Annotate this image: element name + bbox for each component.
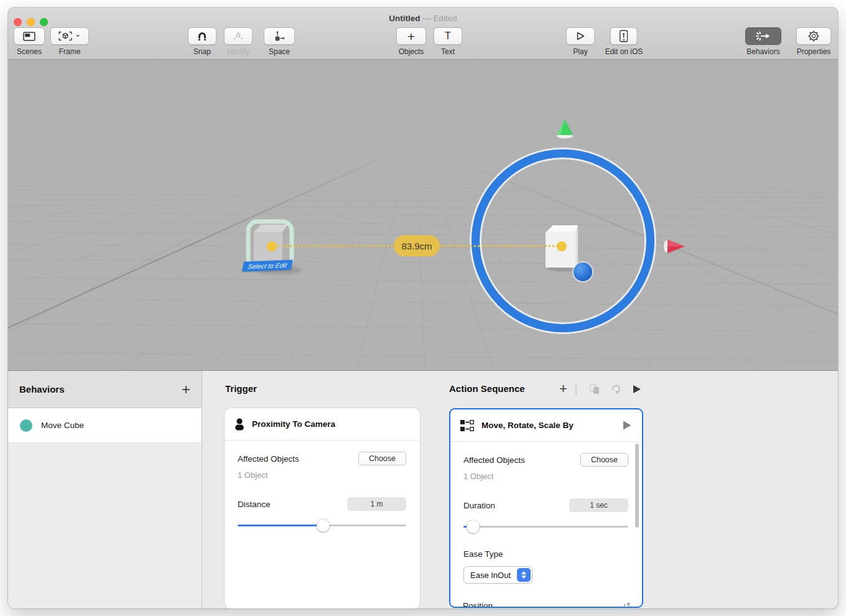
toolbar-item-properties: Properties [796, 27, 831, 56]
toolbar-item-text: T Text [434, 27, 462, 56]
duration-slider[interactable] [463, 520, 628, 533]
toolbar-item-objects: + Objects [396, 27, 426, 56]
frame-icon [58, 31, 72, 41]
modify-icon [232, 31, 244, 41]
ease-type-label: Ease Type [463, 549, 628, 559]
trigger-card[interactable]: Proximity To Camera Affected Objects Cho… [225, 408, 420, 609]
action-card-scrollbar[interactable] [635, 444, 639, 528]
move-rotate-scale-icon [460, 419, 474, 432]
choose-affected-objects-button[interactable]: Choose [580, 453, 628, 467]
add-objects-button[interactable]: + [396, 27, 426, 45]
text-label: Text [441, 47, 455, 56]
behaviors-header: Behaviors [19, 384, 65, 394]
move-handle-red-cone[interactable] [661, 236, 687, 256]
duration-label: Duration [463, 501, 495, 510]
snap-label: Snap [193, 47, 211, 56]
play-label: Play [573, 47, 587, 56]
slider-track[interactable] [463, 526, 628, 528]
play-button[interactable] [566, 27, 595, 45]
action-card-header: Move, Rotate, Scale By [450, 409, 642, 442]
affected-objects-count: 1 Object [238, 470, 406, 480]
affected-objects-label: Affected Objects [463, 455, 525, 465]
frame-button[interactable]: ⌄ [50, 27, 89, 45]
loop-button [610, 383, 622, 394]
toolbar-item-space: Space [264, 27, 295, 56]
slider-fill [238, 525, 323, 526]
slider-thumb[interactable] [317, 519, 330, 532]
window-title: Untitled — Edited [8, 14, 838, 23]
affected-objects-label: Affected Objects [238, 454, 299, 464]
popup-chevrons-icon [517, 568, 531, 582]
trigger-card-header: Proximity To Camera [225, 408, 420, 441]
move-handle-green-cone[interactable] [552, 118, 577, 141]
magnet-icon [197, 31, 208, 42]
choose-affected-objects-button[interactable]: Choose [358, 452, 406, 465]
ease-type-popup[interactable]: Ease InOut [463, 566, 532, 584]
iphone-icon [620, 30, 628, 42]
modify-label: Modify [227, 47, 249, 56]
behaviors-motion-icon [756, 31, 771, 41]
scenes-button[interactable] [14, 27, 45, 45]
action-sequence-toolbar: + | [551, 380, 646, 398]
toolbar-item-scenes: Scenes [14, 27, 45, 56]
scene-viewport[interactable]: Select to Edit 83.9cm [8, 60, 838, 370]
loop-icon [610, 383, 622, 394]
gear-icon [807, 30, 820, 42]
edit-on-ios-button[interactable] [610, 27, 638, 45]
space-label: Space [269, 47, 290, 56]
ease-type-value: Ease InOut [470, 571, 511, 580]
space-button[interactable] [264, 27, 295, 45]
distance-slider[interactable] [238, 518, 406, 532]
add-behavior-button[interactable]: + [182, 382, 190, 397]
add-text-button[interactable]: T [434, 27, 462, 45]
toolbar-item-snap: Snap [188, 27, 216, 56]
reset-icon[interactable]: ↺ [623, 601, 631, 608]
behaviors-button[interactable] [745, 27, 781, 45]
group-actions-button [589, 383, 600, 394]
toolbar-item-edit-on-ios: Edit on iOS [605, 27, 643, 56]
space-icon [273, 30, 286, 42]
snap-button[interactable] [188, 27, 216, 45]
affected-objects-count: 1 Object [463, 472, 628, 481]
move-handle-blue-sphere[interactable] [574, 263, 592, 281]
behaviors-sidebar: Behaviors + Move Cube [8, 371, 202, 609]
scenes-label: Scenes [17, 47, 42, 56]
properties-label: Properties [797, 47, 831, 56]
duration-value-field[interactable]: 1 sec [569, 498, 628, 512]
properties-button[interactable] [796, 27, 831, 45]
group-actions-icon [589, 383, 600, 394]
toolbar: Untitled — Edited Scenes ⌄ Frame [8, 7, 838, 60]
add-action-button[interactable]: + [559, 382, 567, 396]
distance-dotted-line [441, 245, 558, 247]
position-section: Position ↺ [463, 601, 631, 608]
play-outline-icon [575, 31, 585, 41]
toolbar-item-play: Play [566, 27, 595, 56]
behavior-name: Move Cube [41, 421, 84, 430]
behaviors-panel: Behaviors + Move Cube Trigger Action Seq… [8, 370, 838, 609]
action-title: Move, Rotate, Scale By [481, 421, 574, 430]
slider-thumb[interactable] [467, 520, 480, 533]
objects-label: Objects [399, 47, 424, 56]
play-filled-icon [621, 420, 632, 431]
edit-on-ios-label: Edit on iOS [605, 47, 643, 56]
distance-badge: 83.9cm [394, 235, 440, 256]
trigger-card-body: Affected Objects Choose 1 Object Distanc… [225, 441, 420, 532]
frame-label: Frame [59, 47, 81, 56]
distance-dotted-line [278, 245, 393, 247]
distance-value-field[interactable]: 1 m [347, 497, 406, 511]
play-filled-icon [632, 385, 641, 394]
action-card-body: Affected Objects Choose 1 Object Duratio… [450, 442, 642, 584]
toolbar-item-frame: ⌄ Frame [50, 27, 89, 56]
play-sequence-button[interactable] [632, 385, 641, 394]
modify-button [224, 27, 253, 45]
behaviors-sidebar-header: Behaviors + [8, 371, 202, 408]
behavior-list-item[interactable]: Move Cube [8, 408, 202, 443]
behavior-color-dot [20, 419, 32, 432]
action-card[interactable]: Move, Rotate, Scale By Affected Objects … [449, 408, 643, 608]
preview-action-button[interactable] [621, 420, 632, 431]
distance-label: Distance [238, 500, 271, 509]
person-icon [235, 418, 244, 431]
action-sequence-header: Action Sequence [449, 383, 525, 394]
app-window: Untitled — Edited Scenes ⌄ Frame [8, 7, 838, 609]
toolbar-item-modify: Modify [224, 27, 253, 56]
